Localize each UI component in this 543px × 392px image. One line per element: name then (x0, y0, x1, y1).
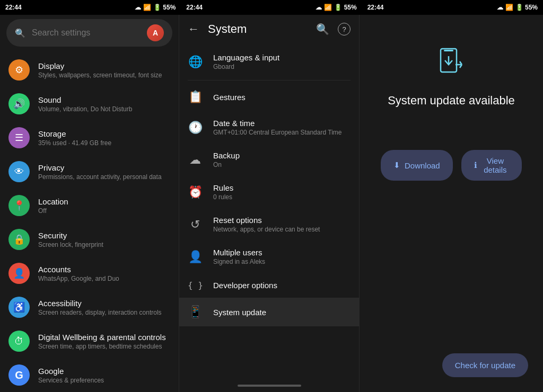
settings-item-location[interactable]: 📍 Location Off (0, 189, 179, 222)
search-bar[interactable]: 🔍 A (6, 19, 172, 47)
sound-icon: 🔊 (8, 93, 30, 114)
wellbeing-text: Digital Wellbeing & parental controls Sc… (38, 333, 170, 350)
storage-icon: ☰ (8, 127, 30, 148)
signal-icon-3: 📶 (505, 4, 513, 11)
reset-label: Reset options (213, 216, 351, 225)
status-icons-1: ☁ 📶 🔋 55% (135, 4, 176, 11)
users-icon: 👤 (188, 250, 203, 264)
avatar[interactable]: A (147, 24, 164, 41)
status-segment-2: 22:44 ☁ 📶 🔋 55% (181, 0, 362, 15)
system-help-icon[interactable]: ? (338, 23, 351, 35)
update-title: System update available (388, 94, 515, 108)
developer-label: Developer options (213, 281, 351, 290)
menu-item-gestures[interactable]: 📋 Gestures (179, 83, 359, 111)
settings-item-accounts[interactable]: 👤 Accounts WhatsApp, Google, and Duo (0, 256, 179, 290)
reset-sublabel: Network, apps, or device can be reset (213, 226, 351, 233)
display-title: Display (38, 61, 170, 70)
time-1: 22:44 (5, 4, 22, 11)
menu-item-reset[interactable]: ↺ Reset options Network, apps, or device… (179, 208, 359, 240)
privacy-title: Privacy (38, 163, 170, 172)
menu-item-system-update[interactable]: 📱 System update (179, 298, 359, 326)
developer-text: Developer options (213, 281, 351, 290)
rules-text: Rules 0 rules (213, 183, 351, 201)
backup-sublabel: On (213, 161, 351, 168)
accounts-text: Accounts WhatsApp, Google, and Duo (38, 265, 170, 282)
cloud-icon-1: ☁ (135, 4, 141, 11)
datetime-sublabel: GMT+01:00 Central European Standard Time (213, 129, 351, 136)
menu-item-languages[interactable]: 🌐 Languages & input Gboard (179, 46, 359, 78)
status-segment-1: 22:44 ☁ 📶 🔋 55% (0, 0, 181, 15)
sound-text: Sound Volume, vibration, Do Not Disturb (38, 95, 170, 113)
menu-item-users[interactable]: 👤 Multiple users Signed in as Aleks (179, 240, 359, 273)
settings-item-privacy[interactable]: 👁 Privacy Permissions, account activity,… (0, 155, 179, 189)
settings-item-security[interactable]: 🔒 Security Screen lock, fingerprint (0, 222, 179, 256)
security-text: Security Screen lock, fingerprint (38, 231, 170, 248)
accessibility-subtitle: Screen readers, display, interaction con… (38, 309, 170, 316)
languages-label: Languages & input (213, 53, 351, 62)
google-text: Google Services & preferences (38, 367, 170, 384)
system-menu-list: 🌐 Languages & input Gboard 📋 Gestures 🕐 … (179, 43, 359, 379)
location-title: Location (38, 197, 170, 206)
search-input[interactable] (32, 28, 141, 38)
view-details-button[interactable]: ℹ View details (461, 150, 522, 181)
check-for-update-button[interactable]: Check for update (442, 353, 528, 377)
backup-text: Backup On (213, 151, 351, 168)
system-search-icon[interactable]: 🔍 (316, 23, 329, 35)
menu-item-rules[interactable]: ⏰ Rules 0 rules (179, 176, 359, 208)
display-subtitle: Styles, wallpapers, screen timeout, font… (38, 72, 170, 79)
backup-icon: ☁ (188, 153, 203, 167)
status-segment-3: 22:44 ☁ 📶 🔋 55% (362, 0, 543, 15)
menu-item-datetime[interactable]: 🕐 Date & time GMT+01:00 Central European… (179, 111, 359, 144)
status-icons-2: ☁ 📶 🔋 55% (316, 4, 356, 11)
accessibility-icon: ♿ (8, 297, 30, 318)
reset-icon: ↺ (188, 218, 203, 231)
wellbeing-subtitle: Screen time, app timers, bedtime schedul… (38, 343, 170, 350)
battery-icon-1: 🔋 55% (153, 4, 176, 11)
accessibility-title: Accessibility (38, 299, 170, 308)
rules-icon: ⏰ (188, 185, 203, 199)
storage-text: Storage 35% used · 41.49 GB free (38, 129, 170, 147)
gestures-text: Gestures (213, 93, 351, 102)
cloud-icon-2: ☁ (316, 4, 322, 11)
back-button[interactable]: ← (188, 22, 199, 36)
settings-item-sound[interactable]: 🔊 Sound Volume, vibration, Do Not Distur… (0, 87, 179, 121)
datetime-icon: 🕐 (188, 121, 203, 135)
battery-icon-2: 🔋 55% (334, 4, 356, 11)
storage-title: Storage (38, 129, 170, 138)
download-button[interactable]: ⬇ Download (381, 150, 453, 181)
check-update-label: Check for update (455, 361, 515, 370)
system-update-text: System update (213, 308, 351, 317)
battery-icon-3: 🔋 55% (515, 4, 538, 11)
privacy-subtitle: Permissions, account activity, personal … (38, 173, 170, 181)
system-update-icon: 📱 (188, 305, 203, 319)
settings-item-google[interactable]: G Google Services & preferences (0, 358, 179, 392)
system-update-label: System update (213, 308, 351, 317)
update-actions: ⬇ Download ℹ View details (381, 150, 522, 181)
storage-subtitle: 35% used · 41.49 GB free (38, 139, 170, 147)
menu-item-developer[interactable]: { } Developer options (179, 273, 359, 298)
google-subtitle: Services & preferences (38, 377, 170, 384)
divider-1 (188, 80, 351, 81)
settings-item-wellbeing[interactable]: ⏱ Digital Wellbeing & parental controls … (0, 324, 179, 358)
accounts-title: Accounts (38, 265, 170, 274)
download-label: Download (405, 161, 440, 170)
rules-label: Rules (213, 183, 351, 192)
reset-text: Reset options Network, apps, or device c… (213, 216, 351, 233)
settings-item-storage[interactable]: ☰ Storage 35% used · 41.49 GB free (0, 121, 179, 155)
accessibility-text: Accessibility Screen readers, display, i… (38, 299, 170, 316)
users-text: Multiple users Signed in as Aleks (213, 248, 351, 265)
languages-icon: 🌐 (188, 55, 203, 69)
system-header: ← System 🔍 ? (179, 15, 359, 43)
download-icon: ⬇ (393, 161, 400, 170)
location-icon: 📍 (8, 195, 30, 216)
location-text: Location Off (38, 197, 170, 215)
rules-sublabel: 0 rules (213, 193, 351, 201)
settings-item-display[interactable]: ⚙ Display Styles, wallpapers, screen tim… (0, 53, 179, 87)
view-details-label: View details (481, 156, 509, 174)
time-3: 22:44 (367, 4, 384, 11)
menu-item-backup[interactable]: ☁ Backup On (179, 144, 359, 176)
settings-item-accessibility[interactable]: ♿ Accessibility Screen readers, display,… (0, 290, 179, 324)
status-icons-3: ☁ 📶 🔋 55% (497, 4, 538, 11)
status-bar: 22:44 ☁ 📶 🔋 55% 22:44 ☁ 📶 🔋 55% 22:44 ☁ … (0, 0, 543, 15)
system-panel-title: System (208, 22, 308, 36)
